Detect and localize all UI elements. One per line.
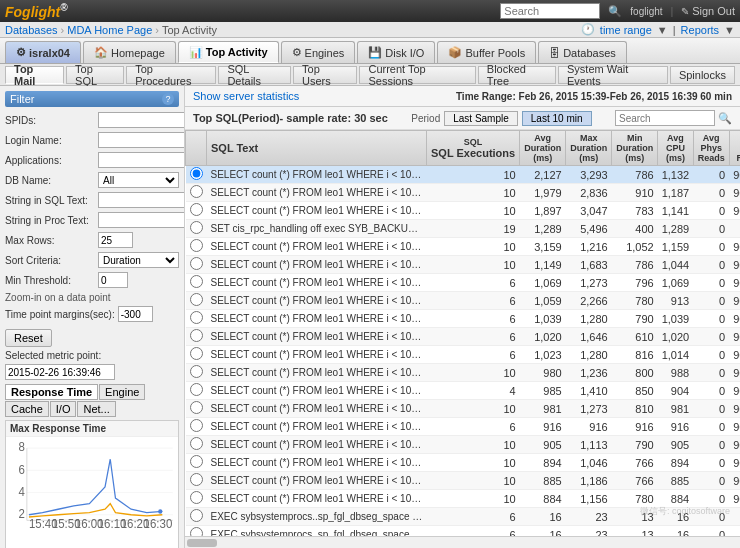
resp-tab-engine[interactable]: Engine <box>99 384 145 400</box>
period-last-10min-btn[interactable]: Last 10 min <box>522 111 592 126</box>
row-radio[interactable] <box>186 508 207 526</box>
row-radio[interactable] <box>186 184 207 202</box>
time-range-link[interactable]: time range <box>600 24 652 36</box>
resp-tab-net[interactable]: Net... <box>77 401 115 417</box>
filter-sql-text-input[interactable] <box>98 192 185 208</box>
table-row[interactable]: SELECT count (*) FROM leo1 WHERE i < 102… <box>186 292 741 310</box>
reset-button[interactable]: Reset <box>5 329 52 347</box>
sub-tab-top-mail[interactable]: Top Mail <box>5 66 64 84</box>
breadcrumb-home[interactable]: MDA Home Page <box>67 24 152 36</box>
table-row[interactable]: SELECT count (*) FROM leo1 WHERE i < 102… <box>186 454 741 472</box>
col-max-dur[interactable]: MaxDuration(ms) <box>566 131 612 166</box>
table-row[interactable]: SELECT count (*) FROM leo1 WHERE i < 102… <box>186 472 741 490</box>
table-row[interactable]: SELECT count (*) FROM leo1 WHERE i < 102… <box>186 310 741 328</box>
tab-databases[interactable]: 🗄 Databases <box>538 41 627 63</box>
row-radio[interactable] <box>186 256 207 274</box>
sub-tab-spinlocks[interactable]: Spinlocks <box>670 66 735 84</box>
table-row[interactable]: SELECT count (*) FROM leo1 WHERE i < 102… <box>186 382 741 400</box>
table-row[interactable]: SELECT count (*) FROM leo1 WHERE i < 101… <box>186 238 741 256</box>
col-min-dur[interactable]: MinDuration(ms) <box>612 131 658 166</box>
filter-max-rows-input[interactable] <box>98 232 133 248</box>
tab-buffer-pools[interactable]: 📦 Buffer Pools <box>437 41 536 63</box>
col-avg-dur[interactable]: AvgDuration(ms) <box>520 131 566 166</box>
sub-tab-system-wait[interactable]: System Wait Events <box>558 66 668 84</box>
sub-tab-sql-details[interactable]: SQL Details <box>218 66 291 84</box>
table-row[interactable]: SELECT count (*) FROM leo1 WHERE i < 101… <box>186 400 741 418</box>
row-radio[interactable] <box>186 346 207 364</box>
sub-tab-top-sql[interactable]: Top SQL <box>66 66 124 84</box>
row-radio[interactable] <box>186 472 207 490</box>
table-row[interactable]: SELECT count (*) FROM leo1 WHERE i < 102… <box>186 436 741 454</box>
col-select[interactable] <box>186 131 207 166</box>
table-row[interactable]: SELECT count (*) FROM leo1 WHERE i < 108… <box>186 166 741 184</box>
filter-metric-input[interactable] <box>5 364 115 380</box>
filter-help-icon[interactable]: ? <box>162 93 174 105</box>
filter-spids-input[interactable] <box>98 112 185 128</box>
tab-disk-io[interactable]: 💾 Disk I/O <box>357 41 435 63</box>
table-row[interactable]: SELECT count (*) FROM leo1 WHERE i < 102… <box>186 256 741 274</box>
row-radio[interactable] <box>186 310 207 328</box>
row-radio[interactable] <box>186 490 207 508</box>
filter-login-input[interactable] <box>98 132 185 148</box>
period-last-sample-btn[interactable]: Last Sample <box>444 111 518 126</box>
search-icon[interactable]: 🔍 <box>608 5 622 18</box>
global-search-input[interactable] <box>500 3 600 19</box>
sql-search-icon[interactable]: 🔍 <box>718 112 732 125</box>
reports-link[interactable]: Reports <box>681 24 720 36</box>
sub-tab-top-users[interactable]: Top Users <box>293 66 357 84</box>
col-avg-cpu[interactable]: AvgCPU(ms) <box>658 131 694 166</box>
sql-search-input[interactable] <box>615 110 715 126</box>
row-radio[interactable] <box>186 202 207 220</box>
col-avg-phys[interactable]: AvgPhysReads <box>693 131 729 166</box>
resp-tab-io[interactable]: I/O <box>50 401 77 417</box>
scrollbar-thumb[interactable] <box>187 539 217 547</box>
row-radio[interactable] <box>186 418 207 436</box>
col-avg-log[interactable]: AvgLogReads <box>729 131 740 166</box>
resp-tab-response[interactable]: Response Time <box>5 384 98 400</box>
table-row[interactable]: SELECT count (*) FROM leo1 WHERE i < 101… <box>186 418 741 436</box>
filter-sort-label: Sort Criteria: <box>5 255 95 266</box>
sub-tab-current-sessions[interactable]: Current Top Sessions <box>359 66 475 84</box>
col-sql-exec[interactable]: SQLSQL Executions <box>427 131 520 166</box>
breadcrumb-databases[interactable]: Databases <box>5 24 58 36</box>
filter-apps-input[interactable] <box>98 152 185 168</box>
filter-sort-select[interactable]: Duration <box>98 252 179 268</box>
foglight-link[interactable]: foglight <box>630 6 662 17</box>
row-radio[interactable] <box>186 382 207 400</box>
row-radio[interactable] <box>186 238 207 256</box>
row-radio[interactable] <box>186 364 207 382</box>
horizontal-scrollbar[interactable] <box>185 536 740 548</box>
row-radio[interactable] <box>186 436 207 454</box>
table-row[interactable]: SELECT count (*) FROM leo1 WHERE i < 107… <box>186 202 741 220</box>
row-radio[interactable] <box>186 274 207 292</box>
tab-engines[interactable]: ⚙ Engines <box>281 41 356 63</box>
row-radio[interactable] <box>186 526 207 537</box>
row-radio[interactable] <box>186 220 207 238</box>
table-row[interactable]: SET cis_rpc_handling off exec SYB_BACKUP… <box>186 220 741 238</box>
row-radio[interactable] <box>186 454 207 472</box>
tab-top-activity[interactable]: 📊 Top Activity <box>178 41 279 63</box>
row-radio[interactable] <box>186 400 207 418</box>
tab-instance[interactable]: ⚙ isralx04 <box>5 41 81 63</box>
filter-proc-text-input[interactable] <box>98 212 185 228</box>
table-row[interactable]: SELECT count (*) FROM leo1 WHERE i < 109… <box>186 184 741 202</box>
col-sql-text[interactable]: SQL Text <box>207 131 427 166</box>
table-wrapper[interactable]: SQL Text SQLSQL Executions AvgDuration(m… <box>185 130 740 536</box>
filter-time-point-input[interactable] <box>118 306 153 322</box>
row-radio[interactable] <box>186 328 207 346</box>
show-server-stats-link[interactable]: Show server statistics <box>193 90 299 102</box>
signout-link[interactable]: ✎ Sign Out <box>681 5 735 17</box>
table-row[interactable]: EXEC sybsystemprocs..sp_fgl_dbseg_space … <box>186 526 741 537</box>
table-row[interactable]: SELECT count (*) FROM leo1 WHERE i < 101… <box>186 346 741 364</box>
filter-min-thresh-input[interactable] <box>98 272 128 288</box>
resp-tab-cache[interactable]: Cache <box>5 401 49 417</box>
sub-tab-blocked-tree[interactable]: Blocked Tree <box>478 66 556 84</box>
table-row[interactable]: SELECT count (*) FROM leo1 WHERE i < 102… <box>186 328 741 346</box>
row-radio[interactable] <box>186 292 207 310</box>
filter-dbname-select[interactable]: All <box>98 172 179 188</box>
table-row[interactable]: SELECT count (*) FROM leo1 WHERE i < 102… <box>186 364 741 382</box>
tab-homepage[interactable]: 🏠 Homepage <box>83 41 176 63</box>
sub-tab-top-procs[interactable]: Top Procedures <box>126 66 216 84</box>
table-row[interactable]: SELECT count (*) FROM leo1 WHERE i < 101… <box>186 274 741 292</box>
row-radio[interactable] <box>186 166 207 184</box>
